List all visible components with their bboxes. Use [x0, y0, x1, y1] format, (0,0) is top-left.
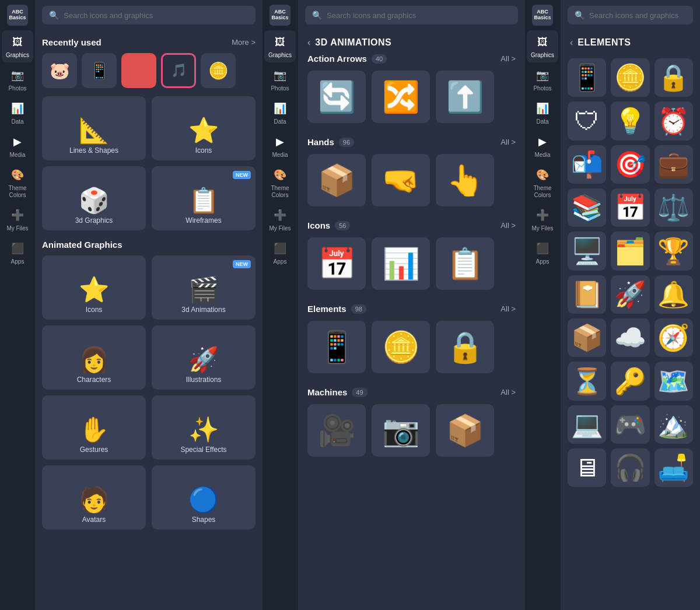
sidebar-item-photos-mid[interactable]: 📷 Photos: [264, 64, 296, 96]
elem-box-25[interactable]: 💻: [568, 405, 606, 444]
arrow-icon-3[interactable]: ⬆️: [436, 71, 494, 123]
elem-box-29[interactable]: 🎧: [611, 448, 649, 487]
more-link[interactable]: More >: [232, 38, 256, 47]
card-wireframes[interactable]: NEW 📋 Wireframes: [152, 166, 256, 230]
elem-box-12[interactable]: ⚖️: [654, 188, 693, 227]
recent-item-phone[interactable]: 📱: [82, 53, 117, 88]
elem-box-6[interactable]: ⏰: [654, 101, 693, 140]
elem-box-24[interactable]: 🗺️: [654, 362, 693, 400]
all-link-elements[interactable]: All >: [501, 304, 516, 313]
recent-item-rect[interactable]: [121, 53, 156, 88]
card-lines-shapes[interactable]: 📐 Lines & Shapes: [42, 96, 146, 160]
elem-box-23[interactable]: 🔑: [611, 362, 649, 400]
elem-box-1[interactable]: 📱: [568, 58, 606, 97]
abc-logo-middle[interactable]: ABCBasics: [270, 5, 290, 26]
sidebar-item-data-mid[interactable]: 📊 Data: [264, 97, 296, 129]
abc-logo-left[interactable]: ABCBasics: [7, 5, 28, 26]
sidebar-item-graphics-mid[interactable]: 🖼 Graphics: [264, 30, 296, 62]
card-3d-animations[interactable]: NEW 🎬 3d Animations: [152, 255, 256, 320]
left-search-bar[interactable]: 🔍: [42, 6, 256, 24]
elem-box-27[interactable]: 🏔️: [654, 405, 693, 444]
elem-box-19[interactable]: 📦: [568, 318, 606, 357]
arrow-icon-1[interactable]: 🔄: [307, 71, 366, 123]
card-icons[interactable]: ⭐ Icons: [152, 96, 256, 160]
machine-icon-3[interactable]: 📦: [436, 404, 494, 457]
sidebar-item-data-left[interactable]: 📊 Data: [2, 97, 33, 129]
elem-icon-3[interactable]: 🔒: [436, 321, 494, 373]
elem-box-2[interactable]: 🪙: [611, 58, 649, 97]
elem-icon-2[interactable]: 🪙: [372, 321, 430, 373]
sidebar-item-theme-right[interactable]: 🎨 Theme Colors: [527, 163, 558, 202]
card-animated-icons[interactable]: ⭐ Icons: [42, 255, 146, 320]
elem-box-4[interactable]: 🛡: [568, 101, 606, 140]
machine-icon-1[interactable]: 🎥: [307, 404, 366, 457]
elem-box-14[interactable]: 🗂️: [611, 232, 649, 270]
elem-box-20[interactable]: ☁️: [611, 318, 649, 357]
search-input-left[interactable]: [64, 11, 249, 20]
elem-box-13[interactable]: 🖥️: [568, 232, 606, 270]
card-avatars[interactable]: 🧑 Avatars: [42, 465, 146, 530]
elem-box-9[interactable]: 💼: [654, 145, 693, 184]
icon-icon-3[interactable]: 📋: [436, 237, 494, 290]
elem-box-11[interactable]: 📅: [611, 188, 649, 227]
card-characters[interactable]: 👩 Characters: [42, 325, 146, 390]
sidebar-item-media-mid[interactable]: ▶ Media: [264, 130, 296, 162]
sidebar-item-files-right[interactable]: ➕ My Files: [527, 204, 558, 236]
elem-box-10[interactable]: 📚: [568, 188, 606, 227]
elem-box-22[interactable]: ⏳: [568, 362, 606, 400]
elem-box-30[interactable]: 🛋️: [654, 448, 693, 487]
elem-box-8[interactable]: 🎯: [611, 145, 649, 184]
abc-logo-right[interactable]: ABCBasics: [532, 5, 553, 26]
elem-box-17[interactable]: 🚀: [611, 275, 649, 314]
all-link-machines[interactable]: All >: [501, 388, 516, 397]
sidebar-item-files-mid[interactable]: ➕ My Files: [264, 204, 296, 236]
sidebar-item-data-right[interactable]: 📊 Data: [527, 97, 558, 129]
sidebar-item-apps-mid[interactable]: ⬛ Apps: [264, 237, 296, 269]
card-special-effects[interactable]: ✨ Special Effects: [152, 395, 256, 460]
recent-item-piggy[interactable]: 🐷: [42, 53, 77, 88]
sidebar-item-myfiles-left[interactable]: ➕ My Files: [2, 204, 33, 236]
machine-icon-2[interactable]: 📷: [372, 404, 430, 457]
search-input-mid[interactable]: [327, 11, 511, 20]
back-button-right[interactable]: ‹: [570, 37, 573, 48]
sidebar-item-theme-mid[interactable]: 🎨 Theme Colors: [264, 163, 296, 202]
hand-icon-1[interactable]: 📦: [307, 154, 366, 206]
card-shapes[interactable]: 🔵 Shapes: [152, 465, 256, 530]
sidebar-item-themecolors-left[interactable]: 🎨 Theme Colors: [2, 163, 33, 202]
all-link-hands[interactable]: All >: [501, 138, 516, 146]
card-illustrations[interactable]: 🚀 Illustrations: [152, 325, 256, 390]
sidebar-item-photos-left[interactable]: 📷 Photos: [2, 64, 33, 96]
sidebar-item-apps-right[interactable]: ⬛ Apps: [527, 237, 558, 269]
arrow-icon-2[interactable]: 🔀: [372, 71, 430, 123]
sidebar-item-graphics-right[interactable]: 🖼 Graphics: [527, 30, 558, 62]
sidebar-item-graphics-left[interactable]: 🖼 Graphics: [2, 30, 33, 62]
recent-item-music[interactable]: 🎵: [161, 53, 196, 88]
elem-box-15[interactable]: 🏆: [654, 232, 693, 270]
card-3d-graphics[interactable]: 🎲 3d Graphics: [42, 166, 146, 230]
elem-box-21[interactable]: 🧭: [654, 318, 693, 357]
elem-box-28[interactable]: 🖥: [568, 448, 606, 487]
recent-item-coin[interactable]: 🪙: [201, 53, 236, 88]
elem-box-26[interactable]: 🎮: [611, 405, 649, 444]
elem-box-7[interactable]: 📬: [568, 145, 606, 184]
middle-search-bar[interactable]: 🔍: [305, 6, 518, 24]
back-button-mid[interactable]: ‹: [307, 37, 310, 48]
all-link-arrows[interactable]: All >: [501, 54, 516, 63]
sidebar-item-media-left[interactable]: ▶ Media: [2, 130, 33, 162]
sidebar-item-media-right[interactable]: ▶ Media: [527, 130, 558, 162]
elem-box-5[interactable]: 💡: [611, 101, 649, 140]
elem-box-18[interactable]: 🔔: [654, 275, 693, 314]
elem-icon-1[interactable]: 📱: [307, 321, 366, 373]
icon-icon-2[interactable]: 📊: [372, 237, 430, 290]
sidebar-item-photos-right[interactable]: 📷 Photos: [527, 64, 558, 96]
elem-box-16[interactable]: 📔: [568, 275, 606, 314]
elem-box-3[interactable]: 🔒: [654, 58, 693, 97]
hand-icon-3[interactable]: 👆: [436, 154, 494, 206]
right-search-bar[interactable]: 🔍: [568, 6, 693, 24]
icon-icon-1[interactable]: 📅: [307, 237, 366, 290]
card-gestures[interactable]: ✋ Gestures: [42, 395, 146, 460]
sidebar-item-apps-left[interactable]: ⬛ Apps: [2, 237, 33, 269]
all-link-icons[interactable]: All >: [501, 221, 516, 230]
hand-icon-2[interactable]: 🤜: [372, 154, 430, 206]
search-input-right[interactable]: [589, 11, 686, 20]
